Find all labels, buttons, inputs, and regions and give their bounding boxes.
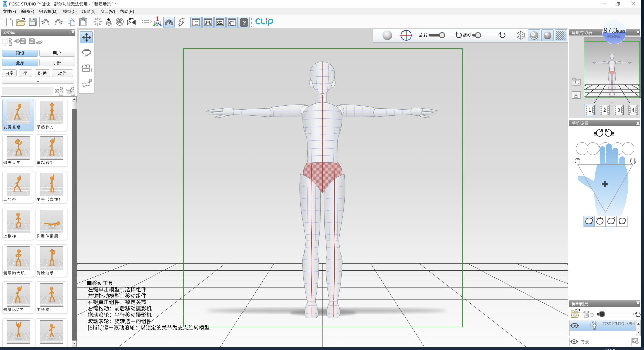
svg-text:?: ? <box>242 20 246 26</box>
svg-text:4: 4 <box>632 107 634 113</box>
svg-text:1: 1 <box>589 107 591 113</box>
svg-text:11:26: 11:26 <box>605 347 617 350</box>
svg-text:2: 2 <box>603 107 606 113</box>
svg-text:3: 3 <box>618 107 620 113</box>
